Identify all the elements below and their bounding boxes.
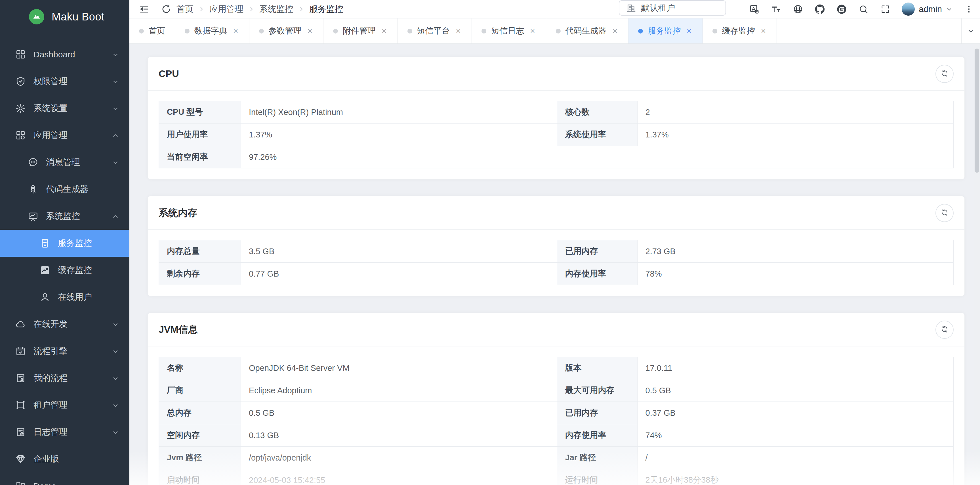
- sidebar-item-在线用户[interactable]: 在线用户: [0, 284, 129, 311]
- sidebar-item-流程引擎[interactable]: 流程引擎: [0, 338, 129, 365]
- info-label: 系统使用率: [557, 123, 637, 146]
- tab-dot-icon: [333, 29, 338, 34]
- sidebar-item-缓存监控[interactable]: 缓存监控: [0, 257, 129, 284]
- rocket-icon: [28, 184, 38, 195]
- sidebar-item-代码生成器[interactable]: 代码生成器: [0, 176, 129, 203]
- sidebar-item-label: 服务监控: [58, 238, 92, 249]
- user-icon: [40, 292, 50, 302]
- sidebar-item-系统监控[interactable]: 系统监控: [0, 203, 129, 230]
- tab-短信平台[interactable]: 短信平台×: [398, 18, 472, 43]
- more-menu-icon[interactable]: [964, 4, 974, 14]
- sidebar-item-label: 租户管理: [33, 399, 68, 411]
- top-bar: 首页应用管理系统监控服务监控 默认租户 admin: [129, 0, 980, 18]
- apps-icon: [15, 130, 26, 140]
- sidebar-item-权限管理[interactable]: 权限管理: [0, 68, 129, 95]
- sidebar-item-label: 系统设置: [33, 102, 68, 114]
- sync-icon: [940, 69, 949, 78]
- scrollbar-track[interactable]: [974, 44, 980, 485]
- avatar[interactable]: [902, 3, 915, 16]
- tabs-overflow-button[interactable]: [961, 18, 980, 43]
- breadcrumb-item[interactable]: 系统监控: [259, 3, 293, 15]
- demo-icon: [15, 481, 26, 485]
- tab-缓存监控[interactable]: 缓存监控×: [703, 18, 777, 43]
- sidebar-item-服务监控[interactable]: 服务监控: [0, 230, 129, 257]
- cpu-table: CPU 型号Intel(R) Xeon(R) Platinum核心数2用户使用率…: [159, 101, 954, 168]
- breadcrumb-item[interactable]: 应用管理: [209, 3, 243, 15]
- sidebar-menu: Dashboard权限管理系统设置应用管理消息管理代码生成器系统监控服务监控缓存…: [0, 41, 129, 485]
- info-label: 用户使用率: [159, 123, 240, 146]
- globe-icon[interactable]: [793, 4, 803, 14]
- tab-dot-icon: [185, 29, 189, 34]
- tab-参数管理[interactable]: 参数管理×: [250, 18, 324, 43]
- tab-label: 数据字典: [194, 25, 227, 37]
- tab-close-icon[interactable]: ×: [380, 26, 388, 36]
- chevron-down-icon: [112, 213, 119, 220]
- font-size-icon[interactable]: [771, 4, 781, 14]
- info-label: 空闲内存: [159, 424, 240, 447]
- tab-数据字典[interactable]: 数据字典×: [175, 18, 250, 43]
- gitee-icon[interactable]: [837, 4, 846, 14]
- user-menu[interactable]: admin: [902, 3, 953, 16]
- card-title-cpu: CPU: [159, 68, 179, 79]
- info-value: 74%: [638, 424, 954, 447]
- card-refresh-button[interactable]: [935, 204, 954, 222]
- tab-label: 首页: [149, 25, 165, 37]
- collapse-sidebar-icon[interactable]: [139, 4, 149, 14]
- github-icon[interactable]: [815, 4, 825, 14]
- sidebar-item-label: 在线用户: [58, 291, 92, 303]
- info-value: 78%: [638, 263, 954, 285]
- sidebar-item-我的流程[interactable]: 我的流程: [0, 365, 129, 392]
- tab-close-icon[interactable]: ×: [306, 26, 314, 36]
- chevron-down-icon: [946, 6, 953, 13]
- info-label: Jar 路径: [557, 447, 637, 469]
- tenant-select[interactable]: 默认租户: [619, 0, 726, 16]
- tab-close-icon[interactable]: ×: [232, 26, 239, 36]
- tab-close-icon[interactable]: ×: [455, 26, 462, 36]
- card-header: 系统内存: [148, 196, 964, 230]
- doc-check-icon: [15, 427, 26, 437]
- sidebar-item-应用管理[interactable]: 应用管理: [0, 122, 129, 149]
- search-icon[interactable]: [859, 4, 869, 14]
- tab-close-icon[interactable]: ×: [529, 26, 536, 36]
- sidebar-item-日志管理[interactable]: 日志管理: [0, 418, 129, 445]
- chevron-down-icon: [112, 375, 119, 382]
- tab-服务监控[interactable]: 服务监控×: [628, 18, 703, 43]
- info-label: 当前空闲率: [159, 146, 240, 168]
- sidebar: Maku Boot Dashboard权限管理系统设置应用管理消息管理代码生成器…: [0, 0, 129, 485]
- sidebar-item-dashboard[interactable]: Dashboard: [0, 41, 129, 68]
- info-label: 内存总量: [159, 240, 240, 262]
- scrollbar-thumb[interactable]: [975, 49, 979, 173]
- sidebar-item-消息管理[interactable]: 消息管理: [0, 149, 129, 176]
- fullscreen-icon[interactable]: [880, 4, 890, 14]
- sidebar-item-demo[interactable]: Demo: [0, 472, 129, 485]
- sidebar-item-在线开发[interactable]: 在线开发: [0, 311, 129, 338]
- tab-close-icon[interactable]: ×: [611, 26, 619, 36]
- tab-短信日志[interactable]: 短信日志×: [472, 18, 546, 43]
- tab-dot-icon: [482, 29, 486, 34]
- tab-首页[interactable]: 首页: [129, 18, 175, 43]
- card-refresh-button[interactable]: [935, 321, 954, 339]
- card-jvm: JVM信息名称OpenJDK 64-Bit Server VM版本17.0.11…: [148, 313, 965, 485]
- tab-dot-icon: [407, 29, 412, 34]
- tab-代码生成器[interactable]: 代码生成器×: [546, 18, 629, 43]
- cloud-icon: [15, 319, 26, 329]
- tab-附件管理[interactable]: 附件管理×: [323, 18, 398, 43]
- sidebar-item-租户管理[interactable]: 租户管理: [0, 392, 129, 418]
- card-refresh-button[interactable]: [935, 65, 954, 83]
- breadcrumb: 首页应用管理系统监控服务监控: [177, 3, 343, 15]
- tab-dot-icon: [139, 29, 144, 34]
- breadcrumb-item[interactable]: 首页: [177, 3, 194, 15]
- diamond-icon: [15, 454, 26, 464]
- sidebar-item-系统设置[interactable]: 系统设置: [0, 95, 129, 122]
- sidebar-item-label: 代码生成器: [46, 183, 89, 195]
- chevron-down-icon: [112, 321, 119, 328]
- refresh-page-icon[interactable]: [161, 4, 171, 14]
- tab-close-icon[interactable]: ×: [760, 26, 767, 36]
- info-value: 0.37 GB: [638, 402, 954, 424]
- info-value: /: [638, 447, 954, 469]
- tab-close-icon[interactable]: ×: [686, 26, 693, 36]
- translate-icon[interactable]: [749, 4, 759, 14]
- sidebar-item-企业版[interactable]: 企业版: [0, 445, 129, 472]
- sync-icon: [940, 208, 949, 217]
- info-label: Jvm 路径: [159, 447, 240, 469]
